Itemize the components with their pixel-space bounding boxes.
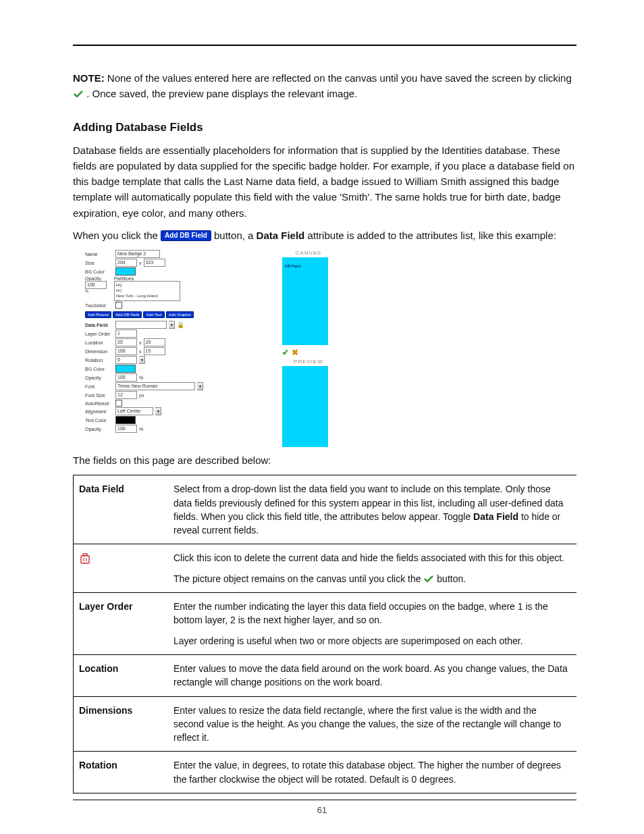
- screenshot-panel: NameNew Badge 2 Size204x323 BG Color Opa…: [85, 250, 255, 446]
- ss-dimension-label: Dimension: [85, 349, 113, 354]
- text: Enter values to resize the data field re…: [173, 704, 568, 745]
- ss-fontsize-input: 12: [115, 391, 137, 399]
- ss-bgcolor2-chip: [115, 365, 136, 373]
- text: Enter values to move the data field arou…: [173, 662, 568, 689]
- ss-partitions-list: HQ NC New York - Long Island Warehouse: [114, 281, 180, 301]
- ss-part-3: New York - Long Island Warehouse: [116, 293, 178, 301]
- cell-desc: Select from a drop-down list the data fi…: [168, 475, 576, 544]
- ss-alignment-label: Alignment: [85, 409, 113, 414]
- ss-opacity3-pct: %: [139, 427, 143, 432]
- ss-datafield-label: Data Field: [85, 323, 113, 328]
- ss-canvas-title: CANVAS: [282, 250, 335, 256]
- ss-btn-text: Add Text: [143, 311, 164, 318]
- cell-desc: Enter values to resize the data field re…: [168, 696, 576, 752]
- ss-opacity2-pct: %: [139, 375, 143, 380]
- definitions-table: Data Field Select from a drop-down list …: [73, 475, 576, 793]
- ss-preview: [282, 366, 328, 447]
- ss-loc-y: 20: [144, 338, 165, 346]
- ss-preview-title: PREVIEW: [282, 359, 335, 365]
- ss-btn-graphic: Add Graphic: [166, 311, 194, 318]
- table-row: Location Enter values to move the data f…: [74, 654, 577, 696]
- cell-desc: Click this icon to delete the current da…: [168, 544, 576, 593]
- text: The picture object remains on the canvas…: [173, 573, 423, 584]
- note-text-after: . Once saved, the preview pane displays …: [86, 88, 357, 99]
- ss-fontsize-label: Font Size: [85, 393, 113, 398]
- ss-twosided-check: [115, 302, 122, 309]
- ss-opacity-label: Opacity: [85, 276, 101, 281]
- ss-autoresize-check: [115, 400, 122, 407]
- ss-size-w: 204: [115, 259, 137, 267]
- p2-after: attribute is added to the attributes lis…: [307, 230, 556, 241]
- note-text-before: None of the values entered here are refl…: [107, 72, 572, 84]
- ss-size-x: x: [139, 261, 142, 265]
- chevron-down-icon: ▾: [169, 321, 175, 329]
- ss-rotation-input: 0: [115, 356, 137, 364]
- ss-dim-w: 100: [115, 347, 137, 355]
- ss-twosided-label: TwoSided: [85, 303, 113, 308]
- p2-before: When you click the: [73, 230, 161, 241]
- ss-textcolor-chip: [115, 416, 136, 424]
- ss-part-2: NC: [116, 288, 178, 293]
- page-number: 61: [0, 805, 644, 815]
- cancel-icon: ✖: [292, 348, 298, 357]
- ss-textcolor-label: Text Color: [85, 418, 113, 423]
- section-heading: Adding Database Fields: [73, 121, 576, 134]
- cell-desc: Enter the number indicating the layer th…: [168, 593, 576, 655]
- ss-btn-dbfield: Add DB Field: [113, 311, 142, 318]
- checkmark-icon: [423, 575, 434, 583]
- ss-loc-sep: x: [139, 340, 142, 345]
- chevron-down-icon: ▾: [155, 407, 161, 415]
- ss-fontsize-unit: px: [139, 393, 144, 398]
- text: Enter the number indicating the layer th…: [173, 600, 568, 627]
- paragraph-1: Database fields are essentially placehol…: [73, 142, 576, 221]
- text: Enter the value, in degrees, to rotate t…: [173, 758, 568, 786]
- p2-bold: Data Field: [257, 230, 305, 241]
- cell-name: Rotation: [74, 752, 169, 793]
- ss-bgcolor-label: BG Color: [85, 269, 113, 274]
- ss-opacity2-input: 100: [115, 373, 137, 382]
- ss-bgcolor2-label: BG Color: [85, 367, 113, 371]
- lock-icon: 🔒: [177, 321, 184, 328]
- ss-size-h: 323: [144, 259, 165, 267]
- ss-opacity3-label: Opacity: [85, 427, 113, 432]
- cell-name: Layer Order: [74, 593, 169, 655]
- ss-partitions-label: Partitions: [114, 276, 180, 281]
- ss-opacity3-input: 100: [115, 425, 137, 433]
- p2-mid: button, a: [214, 230, 257, 241]
- text: button.: [437, 573, 466, 584]
- ss-loc-x: 20: [115, 338, 137, 346]
- ss-part-1: HQ: [116, 282, 178, 288]
- ss-font-label: Font: [85, 384, 113, 389]
- ss-dim-sep: x: [139, 349, 142, 354]
- save-icon: ✔: [282, 348, 289, 357]
- ss-opacity2-label: Opacity: [85, 375, 113, 380]
- fields-intro: The fields on this page are described be…: [73, 452, 576, 468]
- chevron-down-icon: ▾: [197, 382, 203, 390]
- cell-desc: Enter the value, in degrees, to rotate t…: [168, 752, 576, 793]
- table-row: Dimensions Enter values to resize the da…: [74, 696, 577, 752]
- cell-desc: Enter values to move the data field arou…: [168, 654, 576, 696]
- cell-name: Data Field: [74, 475, 169, 544]
- ss-font-input: Times New Roman: [115, 382, 195, 390]
- ss-name-input: New Badge 2: [115, 250, 160, 258]
- paragraph-2: When you click the Add DB Field button, …: [73, 228, 576, 243]
- bottom-rule: [73, 800, 576, 800]
- note-label: NOTE:: [73, 72, 105, 84]
- ss-location-label: Location: [85, 340, 113, 345]
- ss-opacity-pct: %: [85, 289, 107, 293]
- ss-layerorder-input: 1: [115, 330, 137, 338]
- ss-opacity-input: 100: [85, 281, 107, 289]
- add-db-field-button: Add DB Field: [161, 230, 211, 241]
- chevron-down-icon: ▾: [139, 356, 145, 364]
- table-row: Data Field Select from a drop-down list …: [74, 475, 577, 544]
- ss-bgcolor-chip: [115, 267, 136, 276]
- ss-datafield-input: [115, 321, 167, 329]
- cell-name: Dimensions: [74, 696, 169, 752]
- text: Click this icon to delete the current da…: [173, 551, 568, 565]
- checkmark-icon: [73, 90, 84, 98]
- delete-icon: [79, 554, 91, 565]
- ss-size-label: Size: [85, 261, 113, 265]
- table-row: Rotation Enter the value, in degrees, to…: [74, 752, 577, 793]
- ss-alignment-input: Left Center: [115, 407, 153, 415]
- text: Layer ordering is useful when two or mor…: [173, 634, 568, 648]
